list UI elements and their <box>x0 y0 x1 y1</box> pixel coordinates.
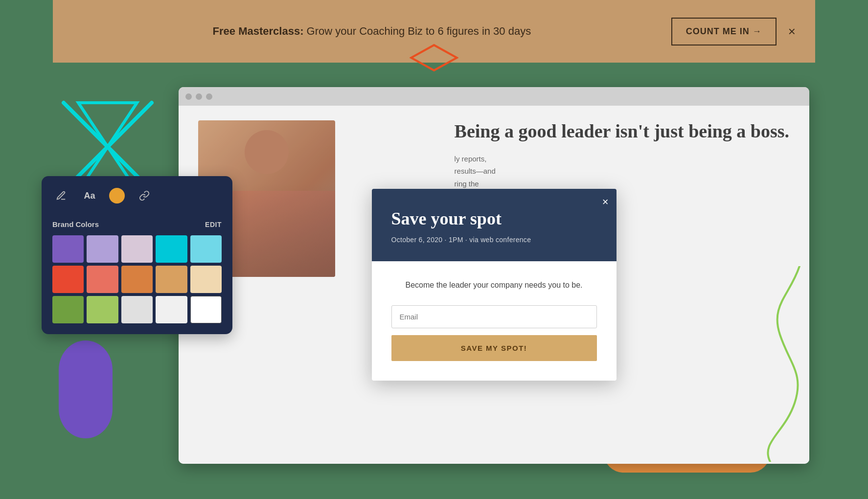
modal-description: Become the leader your company needs you… <box>391 279 597 292</box>
color-swatch-10[interactable] <box>52 296 84 323</box>
text-tool-icon[interactable]: Aa <box>81 187 98 204</box>
svg-marker-0 <box>411 45 457 70</box>
color-swatch-14[interactable] <box>190 296 222 323</box>
brand-panel-toolbar: Aa <box>52 187 222 209</box>
modal-title: Save your spot <box>391 208 597 229</box>
email-input[interactable] <box>391 305 597 328</box>
announcement-bold: Free Masterclass: <box>213 25 304 37</box>
color-swatch-8[interactable] <box>156 266 187 293</box>
announcement-text: Free Masterclass: Grow your Coaching Biz… <box>213 25 531 37</box>
browser-toolbar <box>179 87 809 106</box>
color-swatch-5[interactable] <box>52 266 84 293</box>
brand-colors-label: Brand Colors <box>52 220 99 228</box>
color-swatch-7[interactable] <box>121 266 153 293</box>
color-swatch-2[interactable] <box>121 235 153 263</box>
color-swatch-6[interactable] <box>87 266 118 293</box>
modal-body: Become the leader your company needs you… <box>372 261 617 381</box>
count-me-in-button[interactable]: COUNT ME IN → <box>671 18 777 45</box>
save-spot-button[interactable]: SAVE MY SPOT! <box>391 335 597 361</box>
pen-tool-icon[interactable] <box>52 187 70 204</box>
browser-content: Being a good leader isn't just being a b… <box>179 106 809 464</box>
color-swatch-4[interactable] <box>190 235 222 263</box>
browser-dot-green <box>206 93 212 100</box>
brand-panel: Aa Brand Colors EDIT <box>42 176 232 334</box>
color-swatch-1[interactable] <box>87 235 118 263</box>
modal-overlay: Save your spot October 6, 2020 · 1PM · v… <box>179 106 809 464</box>
browser-dot-yellow <box>196 93 202 100</box>
purple-blob-decoration <box>42 331 130 440</box>
diamond-decoration <box>410 43 458 72</box>
close-announcement-button[interactable]: × <box>788 24 796 39</box>
announcement-rest: Grow your Coaching Biz to 6 figures in 3… <box>304 25 531 37</box>
color-swatch-11[interactable] <box>87 296 118 323</box>
browser-window: Being a good leader isn't just being a b… <box>179 87 809 464</box>
browser-dot-red <box>185 93 192 100</box>
brand-colors-header: Brand Colors EDIT <box>52 220 222 228</box>
modal-close-button[interactable]: × <box>602 196 609 208</box>
color-swatch-12[interactable] <box>121 296 153 323</box>
modal: Save your spot October 6, 2020 · 1PM · v… <box>372 189 617 381</box>
color-grid <box>52 235 222 323</box>
color-swatch-9[interactable] <box>190 266 222 293</box>
modal-subtitle: October 6, 2020 · 1PM · via web conferen… <box>391 236 597 244</box>
link-tool-icon[interactable] <box>136 187 153 204</box>
color-swatch-13[interactable] <box>156 296 187 323</box>
color-swatch-3[interactable] <box>156 235 187 263</box>
brand-colors-edit-button[interactable]: EDIT <box>205 221 222 228</box>
color-swatch-0[interactable] <box>52 235 84 263</box>
color-circle-tool[interactable] <box>109 188 125 204</box>
svg-rect-5 <box>59 370 113 409</box>
modal-header: Save your spot October 6, 2020 · 1PM · v… <box>372 189 617 261</box>
